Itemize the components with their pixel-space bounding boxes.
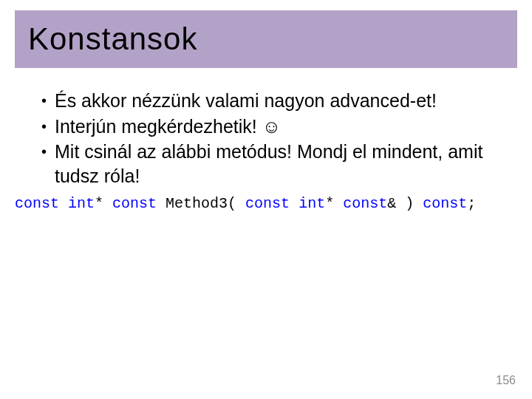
bullet-dot-icon: • (41, 140, 55, 163)
bullet-item: • Interjún megkérdezhetik! ☺ (41, 115, 502, 139)
slide-title: Konstansok (15, 24, 197, 55)
bullet-dot-icon: • (41, 89, 55, 112)
bullet-item: • Mit csinál az alábbi metódus! Mondj el… (41, 140, 502, 188)
code-token: const (423, 195, 467, 212)
code-token: const (245, 195, 290, 212)
code-token: * (325, 195, 343, 212)
code-token: int (299, 195, 325, 212)
code-token: const (15, 195, 59, 212)
code-token: Method3( (157, 195, 245, 212)
bullet-dot-icon: • (41, 115, 55, 138)
bullet-item: • És akkor nézzünk valami nagyon advance… (41, 89, 502, 113)
code-token: ; (467, 195, 476, 212)
bullet-text: Mit csinál az alábbi metódus! Mondj el m… (55, 140, 502, 188)
bullet-text: És akkor nézzünk valami nagyon advanced-… (55, 89, 502, 113)
code-token: & ) (387, 195, 423, 212)
title-band: Konstansok (15, 10, 517, 68)
code-token: const (112, 195, 157, 212)
code-token: const (343, 195, 387, 212)
code-token: * (95, 195, 112, 212)
code-line: const int* const Method3( const int* con… (15, 195, 502, 212)
code-token: int (68, 195, 95, 212)
body-content: • És akkor nézzünk valami nagyon advance… (41, 89, 502, 212)
slide: Konstansok • És akkor nézzünk valami nag… (0, 0, 532, 399)
bullet-text: Interjún megkérdezhetik! ☺ (55, 115, 502, 139)
page-number: 156 (496, 374, 516, 387)
code-token (290, 195, 299, 212)
code-token (59, 195, 68, 212)
